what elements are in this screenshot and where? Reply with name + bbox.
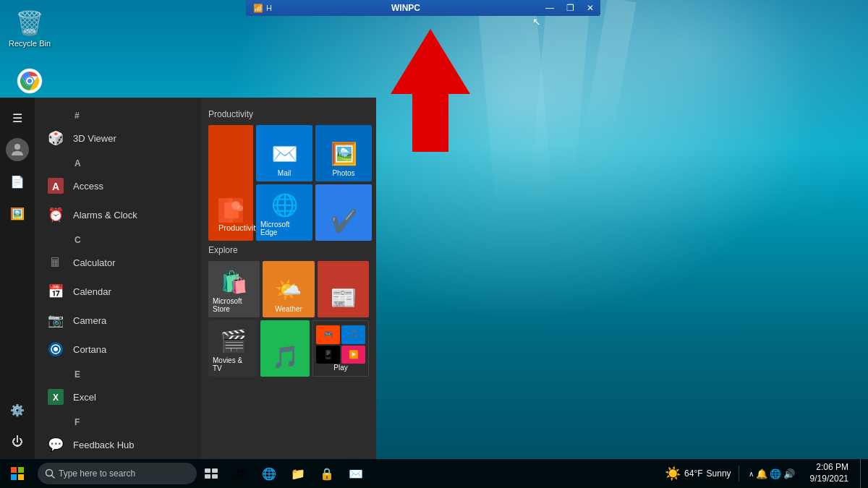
app-item-cortana[interactable]: Cortana (35, 335, 201, 364)
app-list: # 🎲 3D Viewer A A Access ⏰ Alarms & Cloc… (35, 98, 201, 459)
pictures-icon[interactable]: 🖼️ (3, 199, 32, 228)
play-cell-2: 🎵 (341, 325, 365, 344)
app-label-cortana: Cortana (73, 344, 106, 355)
productivity-category-label: Productivity (208, 109, 369, 119)
app-item-camera[interactable]: 📷 Camera (35, 306, 201, 335)
explore-category-label: Explore (208, 245, 369, 255)
time-display: 2:06 PM (810, 462, 848, 474)
taskbar-right: ☀️ 64°F Sunny ∧ 🔔 🌐 🔊 2:06 PM 9/19/2021 (658, 459, 868, 488)
widgets-button[interactable]: ⧉ (226, 459, 255, 488)
mail-taskbar-icon[interactable]: ✉️ (341, 459, 370, 488)
access-icon: A (46, 176, 66, 196)
hamburger-menu-icon[interactable]: ☰ (3, 103, 32, 132)
feedback-hub-icon: 💬 (46, 435, 66, 455)
settings-icon[interactable]: ⚙️ (3, 395, 32, 424)
weather-tile-icon: 🌤️ (275, 277, 302, 302)
remote-desktop-titlebar: 📶 H WINPC — ❐ ✕ (246, 0, 600, 16)
play-grid: 🎮 🎵 📱 ▶️ (316, 325, 365, 364)
notifications-icon[interactable]: 🔔 (756, 468, 767, 479)
file-explorer-icon[interactable]: 📁 (284, 459, 312, 488)
svg-rect-18 (11, 467, 17, 473)
todo-tile-icon: ✔️ (331, 208, 357, 234)
office-tile[interactable]: Productivity (208, 125, 253, 241)
app-item-alarms[interactable]: ⏰ Alarms & Clock (35, 200, 201, 229)
photos-tile-label: Photos (332, 169, 354, 177)
power-icon[interactable]: ⏻ (3, 427, 32, 456)
section-header-f: F (35, 411, 201, 430)
edge-tile-label: Microsoft Edge (260, 221, 308, 236)
news-tile-icon: 📰 (330, 285, 357, 310)
weather-temp: 64°F (684, 468, 702, 479)
weather-widget[interactable]: ☀️ 64°F Sunny (658, 466, 739, 481)
task-view-button[interactable] (197, 459, 226, 488)
documents-icon[interactable]: 📄 (3, 167, 32, 196)
svg-text:A: A (52, 181, 59, 192)
3d-viewer-icon: 🎲 (46, 128, 66, 148)
play-tile[interactable]: 🎮 🎵 📱 ▶️ Play (312, 320, 369, 377)
close-button[interactable]: ✕ (580, 0, 600, 16)
recycle-bin-label: Recycle Bin (9, 39, 51, 48)
play-cell-4: ▶️ (341, 346, 365, 364)
svg-text:X: X (53, 393, 59, 403)
app-label-calculator: Calculator (73, 257, 116, 268)
edge-taskbar-icon[interactable]: 🌐 (255, 459, 284, 488)
explore-row-1: 🛍️ Microsoft Store 🌤️ Weather 📰 (208, 261, 369, 317)
mail-tile[interactable]: ✉️ Mail (256, 125, 312, 181)
clock[interactable]: 2:06 PM 9/19/2021 (804, 462, 854, 484)
svg-rect-20 (11, 474, 17, 480)
start-menu: ☰ 📄 🖼️ ⚙️ ⏻ # 🎲 3D Viewer (0, 98, 376, 459)
minimize-button[interactable]: — (540, 0, 560, 16)
store-tile[interactable]: 🛍️ Microsoft Store (208, 261, 260, 317)
svg-point-3 (27, 79, 32, 83)
photos-tile-icon: 🖼️ (331, 141, 357, 166)
show-desktop-button[interactable] (860, 459, 864, 488)
movies-tile-label: Movies & TV (213, 356, 253, 372)
mail-tile-icon: ✉️ (271, 141, 298, 166)
start-button[interactable] (0, 459, 35, 488)
weather-tile[interactable]: 🌤️ Weather (263, 261, 314, 317)
spotify-tile[interactable]: 🎵 (260, 320, 310, 377)
search-bar[interactable]: Type here to search (38, 463, 197, 484)
app-label-calendar: Calendar (73, 286, 111, 297)
user-avatar-icon[interactable] (3, 135, 32, 164)
network-icon[interactable]: 🌐 (770, 468, 781, 479)
productivity-right-col: ✉️ Mail 🌐 Microsoft Edge (256, 125, 312, 241)
volume-icon[interactable]: 🔊 (783, 468, 795, 479)
edge-tile[interactable]: 🌐 Microsoft Edge (256, 184, 312, 241)
store-tile-label: Microsoft Store (213, 297, 255, 313)
date-display: 9/19/2021 (810, 474, 848, 485)
restore-button[interactable]: ❐ (560, 0, 580, 16)
signal-icon: 📶 (253, 4, 263, 13)
photos-tile[interactable]: 🖼️ Photos (315, 125, 372, 181)
svg-point-17 (237, 205, 243, 211)
alarms-icon: ⏰ (46, 205, 66, 225)
app-item-feedback-hub[interactable]: 💬 Feedback Hub (35, 430, 201, 459)
mail-tile-label: Mail (278, 169, 291, 177)
svg-point-9 (54, 347, 58, 351)
store-taskbar-icon[interactable]: 🔒 (312, 459, 341, 488)
desktop: 📶 H WINPC — ❐ ✕ ↖ 🗑️ Recycle Bin (0, 0, 868, 488)
chrome-icon (15, 67, 44, 95)
red-arrow (391, 29, 470, 152)
cortana-icon (46, 339, 66, 359)
svg-rect-26 (205, 474, 210, 479)
app-item-calculator[interactable]: 🖩 Calculator (35, 248, 201, 277)
app-item-calendar[interactable]: 📅 Calendar (35, 277, 201, 306)
app-item-access[interactable]: A Access (35, 171, 201, 200)
svg-rect-25 (212, 468, 218, 473)
news-tile[interactable]: 📰 (318, 261, 369, 317)
svg-rect-24 (205, 468, 210, 473)
desktop-icon-recycle-bin[interactable]: 🗑️ Recycle Bin (4, 6, 55, 51)
app-item-excel[interactable]: X Excel (35, 382, 201, 411)
section-header-e: E (35, 364, 201, 382)
expand-tray-icon[interactable]: ∧ (749, 470, 754, 478)
weather-sun-icon: ☀️ (665, 466, 681, 481)
start-menu-sidebar: ☰ 📄 🖼️ ⚙️ ⏻ (0, 98, 35, 459)
movies-tile[interactable]: 🎬 Movies & TV (208, 320, 258, 377)
todo-tile[interactable]: ✔️ (315, 184, 372, 241)
explore-row-2: 🎬 Movies & TV 🎵 🎮 🎵 📱 ▶️ Play (208, 320, 369, 377)
app-item-3d-viewer[interactable]: 🎲 3D Viewer (35, 124, 201, 153)
svg-rect-27 (212, 474, 218, 479)
section-header-hash: # (35, 105, 201, 124)
titlebar-title: WINPC (272, 3, 540, 13)
